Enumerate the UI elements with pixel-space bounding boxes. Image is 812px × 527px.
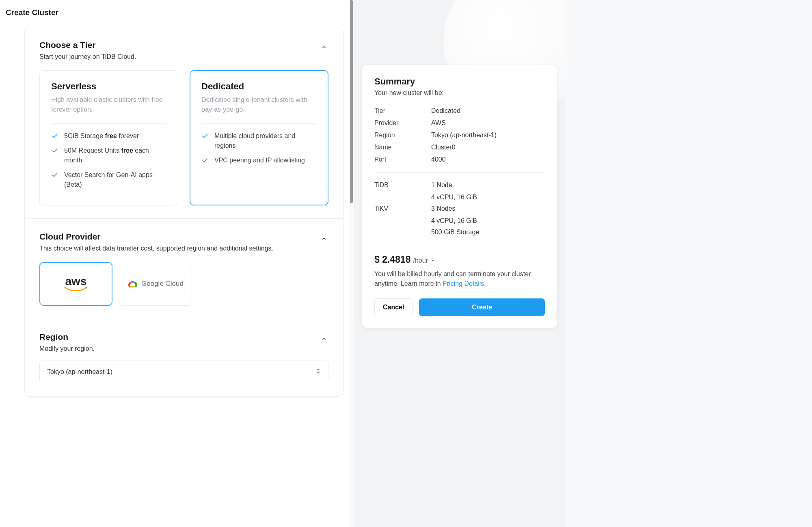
price-unit: /hour bbox=[413, 257, 428, 264]
chevron-up-icon[interactable] bbox=[320, 335, 328, 343]
summary-row-tier: TierDedicated bbox=[374, 107, 545, 114]
tier-feature: Multiple cloud providers and regions bbox=[201, 131, 317, 151]
aws-logo-icon: aws bbox=[64, 275, 88, 293]
summary-row-provider: ProviderAWS bbox=[374, 119, 545, 127]
summary-row-port: Port4000 bbox=[374, 156, 545, 163]
scrollbar[interactable] bbox=[349, 0, 354, 527]
summary-panel: Summary Your new cluster will be: TierDe… bbox=[362, 65, 557, 328]
tier-feature: 50M Request Units free each month bbox=[51, 146, 166, 165]
check-icon bbox=[51, 147, 58, 154]
region-selected-value: Tokyo (ap-northeast-1) bbox=[47, 368, 112, 376]
summary-tikv-storage: 500 GiB Storage bbox=[374, 229, 545, 236]
form-card: Choose a Tier Start your journey on TiDB… bbox=[24, 27, 343, 397]
billing-note: You will be billed hourly and can termin… bbox=[374, 269, 545, 289]
provider-heading: Cloud Provider bbox=[39, 232, 273, 242]
region-heading: Region bbox=[39, 332, 95, 342]
provider-option-aws[interactable]: aws bbox=[39, 262, 112, 306]
scrollbar-thumb[interactable] bbox=[350, 0, 353, 203]
summary-title: Summary bbox=[374, 76, 545, 87]
page-title: Create Cluster bbox=[0, 8, 349, 27]
price-row[interactable]: $ 2.4818 /hour bbox=[374, 254, 545, 265]
check-icon bbox=[51, 171, 58, 179]
summary-row-tidb: TiDB1 Node bbox=[374, 181, 545, 189]
chevron-down-icon bbox=[430, 257, 435, 264]
cancel-button[interactable]: Cancel bbox=[374, 298, 412, 316]
check-icon bbox=[51, 132, 58, 140]
summary-row-region: RegionTokyo (ap-northeast-1) bbox=[374, 132, 545, 139]
tier-name: Dedicated bbox=[201, 81, 317, 92]
tier-feature: 5GiB Storage free forever bbox=[51, 131, 166, 141]
tier-feature: Vector Search for Gen-AI apps (Beta) bbox=[51, 170, 166, 190]
tier-feature: VPC peering and IP allowlisting bbox=[201, 156, 317, 165]
summary-sub: Your new cluster will be: bbox=[374, 89, 545, 97]
provider-subheading: This choice will affect data transfer co… bbox=[39, 245, 273, 252]
summary-row-tikv: TiKV3 Nodes bbox=[374, 205, 545, 212]
tier-option-dedicated[interactable]: Dedicated Dedicated single-tenant cluste… bbox=[190, 70, 328, 205]
tier-option-serverless[interactable]: Serverless High available elastic cluste… bbox=[39, 70, 178, 205]
summary-tidb-spec: 4 vCPU, 16 GiB bbox=[374, 194, 545, 201]
check-icon bbox=[201, 157, 209, 164]
summary-row-name: NameCluster0 bbox=[374, 144, 545, 151]
provider-section: Cloud Provider This choice will affect d… bbox=[25, 219, 343, 319]
provider-option-google-cloud[interactable]: Google Cloud bbox=[119, 262, 192, 306]
region-subheading: Modify your region. bbox=[39, 345, 95, 352]
chevron-up-icon[interactable] bbox=[320, 234, 328, 243]
create-button[interactable]: Create bbox=[419, 298, 545, 316]
tier-heading: Choose a Tier bbox=[39, 40, 136, 50]
tier-description: High available elastic clusters with fre… bbox=[51, 95, 166, 114]
region-section: Region Modify your region. Tokyo (ap-nor… bbox=[25, 319, 343, 396]
tier-section: Choose a Tier Start your journey on TiDB… bbox=[25, 27, 343, 219]
google-cloud-logo-icon: Google Cloud bbox=[127, 279, 184, 288]
price-amount: $ 2.4818 bbox=[374, 254, 411, 265]
check-icon bbox=[201, 132, 209, 140]
pricing-details-link[interactable]: Pricing Details bbox=[443, 280, 484, 287]
select-chevrons-icon bbox=[316, 367, 321, 376]
region-select[interactable]: Tokyo (ap-northeast-1) bbox=[39, 361, 328, 383]
tier-description: Dedicated single-tenant clusters with pa… bbox=[201, 95, 317, 114]
chevron-up-icon[interactable] bbox=[320, 43, 328, 52]
summary-tikv-spec: 4 vCPU, 16 GiB bbox=[374, 217, 545, 225]
tier-name: Serverless bbox=[51, 81, 166, 92]
tier-subheading: Start your journey on TiDB Cloud. bbox=[39, 53, 136, 60]
